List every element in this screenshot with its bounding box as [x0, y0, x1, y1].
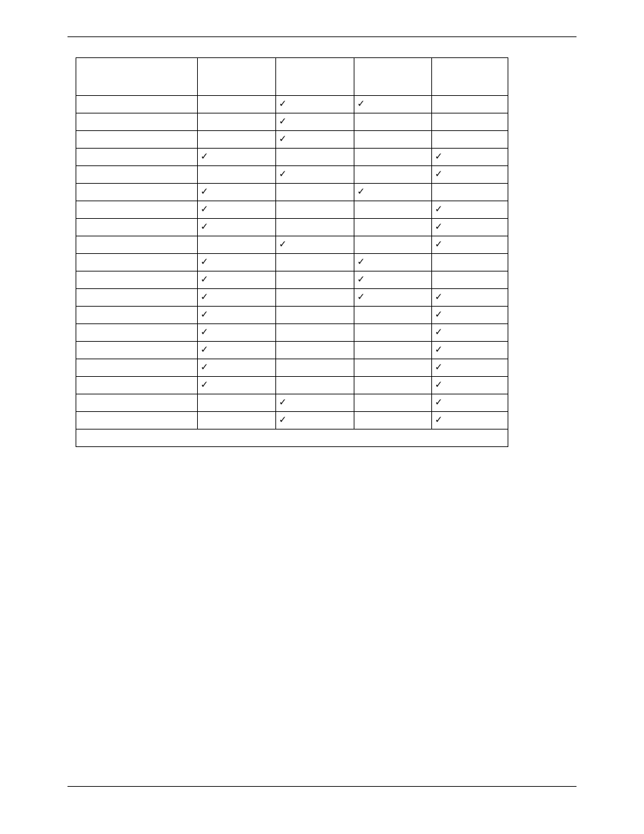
row-label: [76, 149, 198, 166]
table-row: ✓✓: [76, 219, 508, 236]
check-icon: ✓: [279, 414, 287, 425]
check-icon: ✓: [435, 414, 443, 425]
matrix-cell: [432, 113, 508, 131]
check-icon: ✓: [357, 186, 365, 197]
matrix-cell: ✓: [276, 166, 354, 184]
table-row: ✓✓: [76, 394, 508, 412]
matrix-cell: ✓: [432, 412, 508, 429]
check-icon: ✓: [200, 221, 209, 232]
check-icon: ✓: [435, 151, 443, 161]
matrix-cell: ✓: [198, 184, 276, 201]
matrix-cell: [354, 149, 432, 166]
matrix-cell: [354, 219, 432, 236]
matrix-cell: ✓: [276, 96, 354, 113]
matrix-cell: [198, 96, 276, 113]
row-label: [76, 254, 198, 271]
row-label: [76, 394, 198, 412]
matrix-cell: [432, 131, 508, 149]
row-label: [76, 184, 198, 201]
top-rule: [68, 36, 576, 37]
matrix-cell: [354, 394, 432, 412]
check-icon: ✓: [435, 291, 443, 302]
matrix-cell: ✓: [432, 324, 508, 342]
check-icon: ✓: [200, 186, 209, 197]
table-row: ✓✓: [76, 96, 508, 113]
table-row: ✓✓: [76, 236, 508, 254]
matrix-cell: [198, 113, 276, 131]
row-label: [76, 359, 198, 377]
check-icon: ✓: [279, 168, 287, 179]
matrix-cell: [276, 307, 354, 324]
row-label: [76, 96, 198, 113]
matrix-cell: ✓: [432, 307, 508, 324]
matrix-cell: ✓: [432, 394, 508, 412]
matrix-cell: [276, 324, 354, 342]
table-row: ✓✓: [76, 377, 508, 394]
matrix-cell: [354, 201, 432, 219]
check-icon: ✓: [435, 203, 443, 214]
matrix-cell: [276, 201, 354, 219]
matrix-cell: [432, 184, 508, 201]
check-icon: ✓: [435, 326, 443, 337]
check-icon: ✓: [279, 133, 287, 144]
table-header-row: [76, 58, 508, 96]
table-row: ✓✓: [76, 359, 508, 377]
matrix-cell: ✓: [432, 236, 508, 254]
matrix-cell: [354, 359, 432, 377]
check-icon: ✓: [200, 273, 209, 284]
check-icon: ✓: [357, 291, 365, 302]
table-row: ✓✓: [76, 307, 508, 324]
row-label: [76, 131, 198, 149]
table-row: ✓✓: [76, 412, 508, 429]
check-icon: ✓: [200, 361, 209, 372]
matrix-cell: ✓: [432, 289, 508, 307]
check-icon: ✓: [357, 256, 365, 267]
matrix-cell: [276, 184, 354, 201]
matrix-cell: [198, 236, 276, 254]
matrix-cell: [354, 342, 432, 359]
row-label: [76, 289, 198, 307]
check-icon: ✓: [200, 379, 209, 390]
matrix-cell: [198, 394, 276, 412]
table-row: ✓✓: [76, 201, 508, 219]
check-icon: ✓: [200, 326, 209, 337]
matrix-cell: ✓: [198, 254, 276, 271]
row-label: [76, 236, 198, 254]
matrix-cell: ✓: [432, 342, 508, 359]
matrix-cell: ✓: [198, 377, 276, 394]
check-icon: ✓: [357, 98, 365, 109]
check-icon: ✓: [200, 151, 209, 161]
matrix-cell: ✓: [354, 271, 432, 289]
row-label: [76, 342, 198, 359]
matrix-cell: [354, 324, 432, 342]
matrix-cell: [198, 412, 276, 429]
row-label: [76, 307, 198, 324]
matrix-cell: [276, 377, 354, 394]
table-row: ✓: [76, 113, 508, 131]
matrix-cell: ✓: [276, 394, 354, 412]
matrix-cell: ✓: [432, 149, 508, 166]
matrix-cell: ✓: [198, 359, 276, 377]
matrix-cell: ✓: [276, 412, 354, 429]
check-icon: ✓: [200, 256, 209, 267]
table-row: ✓✓: [76, 271, 508, 289]
matrix-cell: ✓: [198, 219, 276, 236]
matrix-cell: ✓: [198, 149, 276, 166]
row-label: [76, 201, 198, 219]
matrix-cell: ✓: [276, 131, 354, 149]
matrix-cell: [432, 96, 508, 113]
row-label: [76, 113, 198, 131]
matrix-cell: [354, 377, 432, 394]
matrix-cell: [276, 289, 354, 307]
matrix-cell: [198, 131, 276, 149]
matrix-cell: [354, 307, 432, 324]
matrix-cell: [276, 219, 354, 236]
check-icon: ✓: [279, 98, 287, 109]
check-icon: ✓: [279, 115, 287, 126]
check-icon: ✓: [357, 273, 365, 284]
check-icon: ✓: [435, 221, 443, 232]
check-icon: ✓: [435, 396, 443, 407]
check-icon: ✓: [200, 344, 209, 355]
header-cell-1: [198, 58, 276, 96]
matrix-cell: [432, 271, 508, 289]
